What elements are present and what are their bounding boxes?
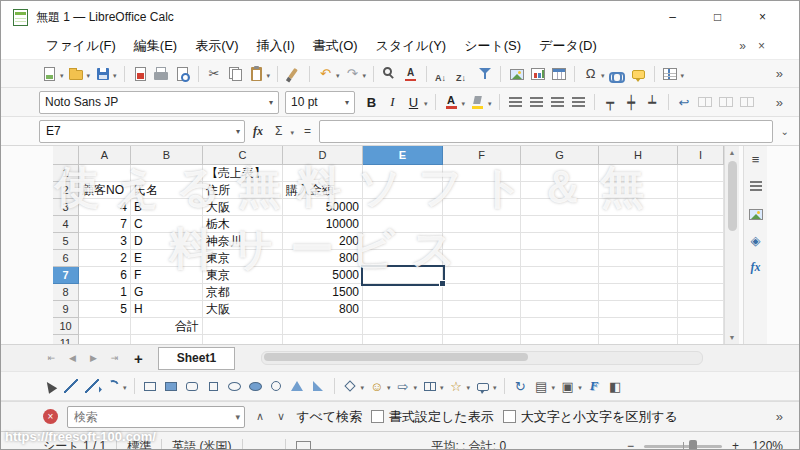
last-sheet-icon[interactable]: ⇥ — [105, 347, 124, 369]
cell-I5[interactable] — [678, 233, 724, 250]
clone-formatting-icon[interactable] — [284, 63, 303, 85]
cell-H9[interactable] — [599, 301, 678, 318]
align-right-icon[interactable] — [548, 91, 567, 113]
formula-input[interactable] — [319, 120, 773, 143]
cell-E5[interactable] — [363, 233, 443, 250]
insert-pivot-table-icon[interactable] — [549, 63, 568, 85]
match-case-checkbox[interactable] — [503, 410, 516, 423]
font-name-combobox[interactable]: Noto Sans JP ▾ — [39, 91, 279, 114]
cell-C10[interactable] — [203, 318, 283, 335]
cell-B7[interactable]: F — [131, 267, 203, 284]
select-icon[interactable] — [40, 375, 59, 397]
row-header-1[interactable]: 1 — [53, 165, 79, 182]
column-header-I[interactable]: I — [678, 146, 724, 165]
italic-icon[interactable]: I — [383, 91, 402, 113]
cell-B6[interactable]: E — [131, 250, 203, 267]
print-icon[interactable] — [152, 63, 171, 85]
menu-insert[interactable]: 挿入(I) — [248, 33, 304, 59]
name-box-dropdown-icon[interactable]: ▾ — [236, 127, 240, 136]
name-box[interactable]: ▾ — [39, 120, 245, 143]
cell-E1[interactable] — [363, 165, 443, 182]
cell-C6[interactable]: 東京 — [203, 250, 283, 267]
cell-H4[interactable] — [599, 216, 678, 233]
first-sheet-icon[interactable]: ⇤ — [42, 347, 61, 369]
cell-G7[interactable] — [521, 267, 599, 284]
open-file-dropdown-icon[interactable]: ▾ — [87, 72, 91, 80]
underline-icon[interactable]: U — [404, 91, 423, 113]
standard-toolbar-overflow-icon[interactable]: » — [774, 66, 785, 81]
basic-shapes-icon[interactable] — [341, 375, 360, 397]
cell-C5[interactable]: 神奈川 — [203, 233, 283, 250]
menu-styles[interactable]: スタイル(Y) — [367, 33, 456, 59]
insert-image-icon[interactable] — [507, 63, 526, 85]
cell-G3[interactable] — [521, 199, 599, 216]
rectangle-icon[interactable] — [141, 375, 160, 397]
cell-C9[interactable]: 大阪 — [203, 301, 283, 318]
curves-and-polygons-icon[interactable] — [103, 375, 122, 397]
cell-H11[interactable] — [599, 335, 678, 344]
cell-E4[interactable] — [363, 216, 443, 233]
row-header-4[interactable]: 4 — [53, 216, 79, 233]
right-triangle-icon[interactable] — [309, 375, 328, 397]
merge-cells-icon[interactable] — [717, 91, 736, 113]
sheet-number-status[interactable]: シート 1 / 1 — [43, 438, 106, 450]
block-arrows-icon[interactable]: ⇨ — [394, 375, 413, 397]
arrange-dropdown-icon[interactable]: ▾ — [578, 384, 582, 392]
cell-I3[interactable] — [678, 199, 724, 216]
row-header-3[interactable]: 3 — [53, 199, 79, 216]
isosceles-triangle-icon[interactable] — [288, 375, 307, 397]
cell-I9[interactable] — [678, 301, 724, 318]
scroll-down-icon[interactable]: ▼ — [729, 331, 736, 344]
column-header-E[interactable]: E — [363, 146, 443, 165]
select-all-corner[interactable] — [53, 146, 79, 165]
cell-F8[interactable] — [443, 284, 521, 301]
insert-comment-icon[interactable] — [629, 63, 648, 85]
maximize-button[interactable]: □ — [695, 1, 740, 33]
align-top-icon[interactable]: ┯ — [601, 91, 620, 113]
sort-ascending-icon[interactable] — [433, 63, 452, 85]
functions-deck-icon[interactable]: fx — [746, 259, 765, 275]
callouts-icon[interactable] — [473, 375, 492, 397]
formatting-toolbar-overflow-icon[interactable]: » — [774, 95, 785, 110]
menu-format[interactable]: 書式(O) — [304, 33, 367, 59]
character-highlighting-color-icon[interactable] — [468, 91, 487, 113]
rotate-icon[interactable]: ↻ — [511, 375, 530, 397]
cell-D2[interactable]: 購入金額 — [283, 182, 363, 199]
sort-descending-icon[interactable] — [454, 63, 473, 85]
cell-I8[interactable] — [678, 284, 724, 301]
align-objects-dropdown-icon[interactable]: ▾ — [552, 384, 556, 392]
cell-C1[interactable]: 【売上表】 — [203, 165, 283, 182]
average-sum-status[interactable]: 平均: ; 合計: 0 — [431, 438, 506, 450]
cell-I7[interactable] — [678, 267, 724, 284]
cell-B11[interactable] — [131, 335, 203, 344]
undo-dropdown-icon[interactable]: ▾ — [336, 72, 340, 80]
cell-F10[interactable] — [443, 318, 521, 335]
cell-A8[interactable]: 1 — [79, 284, 131, 301]
formula-icon[interactable]: = — [300, 124, 315, 138]
cell-C11[interactable] — [203, 335, 283, 344]
ellipse-icon[interactable] — [225, 375, 244, 397]
wrap-text-icon[interactable]: ↩ — [675, 91, 694, 113]
justified-icon[interactable] — [569, 91, 588, 113]
cell-C4[interactable]: 栃木 — [203, 216, 283, 233]
menu-data[interactable]: データ(D) — [530, 33, 606, 59]
ellipse-filled-icon[interactable] — [246, 375, 265, 397]
cell-D6[interactable]: 800 — [283, 250, 363, 267]
cell-G4[interactable] — [521, 216, 599, 233]
cell-D7[interactable]: 5000 — [283, 267, 363, 284]
cell-B4[interactable]: C — [131, 216, 203, 233]
scroll-up-icon[interactable]: ▲ — [729, 146, 736, 159]
paste-dropdown-icon[interactable]: ▾ — [267, 72, 271, 80]
cell-I4[interactable] — [678, 216, 724, 233]
column-header-F[interactable]: F — [443, 146, 521, 165]
find-all-button[interactable]: すべて検索 — [296, 408, 362, 426]
cell-D3[interactable]: 50000 — [283, 199, 363, 216]
cell-A1[interactable] — [79, 165, 131, 182]
cell-E7[interactable] — [363, 267, 443, 284]
column-header-A[interactable]: A — [79, 146, 131, 165]
horizontal-scrollbar[interactable] — [261, 351, 703, 365]
find-previous-icon[interactable]: ∧ — [254, 410, 266, 423]
cell-C2[interactable]: 住所 — [203, 182, 283, 199]
fontwork-text-icon[interactable]: F — [585, 375, 604, 397]
column-header-B[interactable]: B — [131, 146, 203, 165]
